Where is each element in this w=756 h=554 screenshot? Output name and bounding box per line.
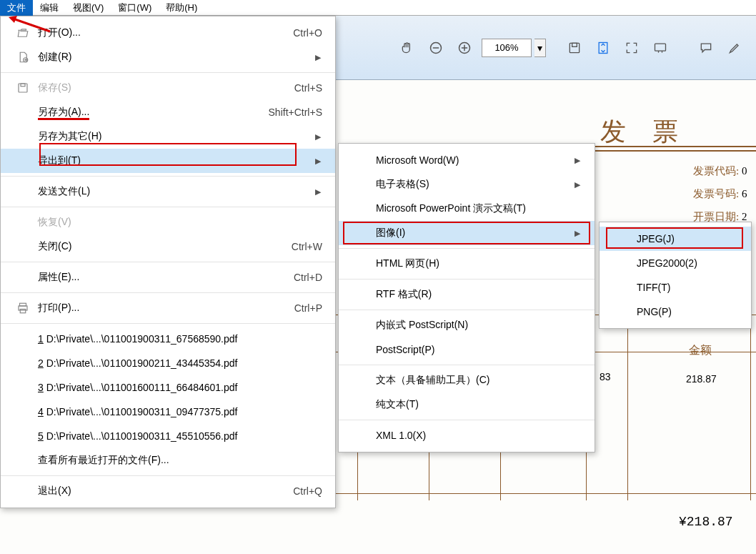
submenu-word-label: Microsoft Word(W) <box>372 154 573 166</box>
menu-revert: 恢复(V) <box>1 210 335 234</box>
menu-create[interactable]: 创建(R) ▶ <box>1 45 335 69</box>
submenu-arrow-icon: ▶ <box>314 132 322 142</box>
menu-print[interactable]: 打印(P)... Ctrl+P <box>1 296 335 320</box>
menubar-view[interactable]: 视图(V) <box>66 0 111 16</box>
zoom-out-icon[interactable] <box>426 38 446 58</box>
comment-icon[interactable] <box>696 38 716 58</box>
menu-exit[interactable]: 退出(X) Ctrl+Q <box>1 479 335 503</box>
submenu-powerpoint-label: Microsoft PowerPoint 演示文稿(T) <box>372 202 582 215</box>
menubar-window[interactable]: 窗口(W) <box>111 0 159 16</box>
menu-print-shortcut: Ctrl+P <box>294 302 322 314</box>
invoice-amount-header: 金额 <box>665 343 736 358</box>
menu-recent-4-label: 4 D:\Private\...\011001900311_09477375.p… <box>34 406 322 417</box>
hand-tool-icon[interactable] <box>397 38 417 58</box>
submenu-jpeg[interactable]: JPEG(J) <box>600 227 751 251</box>
menu-recent-5-label: 5 D:\Private\...\011001900311_45510556.p… <box>34 430 322 442</box>
menu-recent-2[interactable]: 2 D:\Private\...\011001900211_43445354.p… <box>1 351 335 375</box>
submenu-text-plain[interactable]: 纯文本(T) <box>339 392 595 417</box>
submenu-html[interactable]: HTML 网页(H) <box>339 252 595 276</box>
svg-rect-6 <box>572 43 577 46</box>
submenu-word[interactable]: Microsoft Word(W) ▶ <box>339 148 595 172</box>
menu-recent-1-label: 1 D:\Private\...\011001900311_67568590.p… <box>34 333 322 345</box>
menu-separator <box>1 72 335 73</box>
menubar: 文件 编辑 视图(V) 窗口(W) 帮助(H) <box>0 0 756 16</box>
submenu-powerpoint[interactable]: Microsoft PowerPoint 演示文稿(T) <box>339 197 595 221</box>
submenu-text-accessible[interactable]: 文本（具备辅助工具）(C) <box>339 368 595 392</box>
menu-separator <box>339 310 595 310</box>
submenu-arrow-icon: ▶ <box>573 156 582 165</box>
menu-separator <box>1 262 335 262</box>
menu-separator <box>1 176 335 177</box>
submenu-postscript[interactable]: PostScript(P) <box>339 337 595 362</box>
highlight-icon[interactable] <box>725 38 745 58</box>
submenu-tiff[interactable]: TIFF(T) <box>600 275 751 300</box>
fit-page-icon[interactable] <box>593 38 613 58</box>
submenu-image[interactable]: 图像(I) ▶ <box>339 221 595 245</box>
submenu-image-label: 图像(I) <box>372 227 573 239</box>
submenu-arrow-icon: ▶ <box>314 53 322 62</box>
menu-properties-label: 属性(E)... <box>34 271 294 284</box>
submenu-jpeg2000[interactable]: JPEG2000(2) <box>600 251 751 275</box>
menubar-file[interactable]: 文件 <box>0 0 33 16</box>
menu-recent-2-label: 2 D:\Private\...\011001900211_43445354.p… <box>34 357 322 369</box>
menu-view-all-recent-label: 查看所有最近打开的文件(F)... <box>34 454 322 467</box>
submenu-rtf[interactable]: RTF 格式(R) <box>339 282 595 307</box>
menu-save-shortcut: Ctrl+S <box>294 82 322 94</box>
submenu-eps[interactable]: 内嵌式 PostScript(N) <box>339 313 595 337</box>
menu-save-as[interactable]: 另存为(A)... Shift+Ctrl+S <box>1 100 335 124</box>
invoice-total: ¥218.87 <box>679 515 733 529</box>
submenu-tiff-label: TIFF(T) <box>632 282 738 293</box>
invoice-tail-83: 83 <box>600 371 611 382</box>
menu-view-all-recent[interactable]: 查看所有最近打开的文件(F)... <box>1 448 335 473</box>
menu-print-label: 打印(P)... <box>34 302 294 315</box>
submenu-rtf-label: RTF 格式(R) <box>372 288 582 301</box>
menu-properties[interactable]: 属性(E)... Ctrl+D <box>1 265 335 290</box>
menu-save: 保存(S) Ctrl+S <box>1 76 335 100</box>
submenu-xml[interactable]: XML 1.0(X) <box>339 423 595 447</box>
menu-separator <box>339 248 595 249</box>
menu-separator <box>339 365 595 365</box>
menu-properties-shortcut: Ctrl+D <box>294 272 322 283</box>
image-submenu: JPEG(J) JPEG2000(2) TIFF(T) PNG(P) <box>599 222 752 329</box>
file-create-icon <box>12 51 34 64</box>
export-submenu: Microsoft Word(W) ▶ 电子表格(S) ▶ Microsoft … <box>338 143 595 452</box>
read-mode-icon[interactable] <box>650 38 670 58</box>
menu-open-label: 打开(O)... <box>34 26 293 39</box>
menu-send-file-label: 发送文件(L) <box>34 185 314 198</box>
svg-rect-14 <box>19 84 27 92</box>
menu-save-as-other-label: 另存为其它(H) <box>34 130 314 143</box>
save-icon[interactable] <box>564 38 585 58</box>
zoom-in-icon[interactable] <box>454 38 474 58</box>
fullscreen-icon[interactable] <box>622 38 642 58</box>
menu-open-shortcut: Ctrl+O <box>293 27 322 39</box>
svg-rect-18 <box>20 310 26 313</box>
submenu-spreadsheet[interactable]: 电子表格(S) ▶ <box>339 172 595 197</box>
submenu-jpeg-label: JPEG(J) <box>632 233 738 244</box>
submenu-eps-label: 内嵌式 PostScript(N) <box>372 319 582 332</box>
svg-rect-5 <box>570 43 579 52</box>
menu-recent-3[interactable]: 3 D:\Private\...\011001600111_66484601.p… <box>1 375 335 400</box>
zoom-dropdown-icon[interactable]: ▾ <box>534 39 546 57</box>
menu-save-as-other[interactable]: 另存为其它(H) ▶ <box>1 124 335 149</box>
submenu-postscript-label: PostScript(P) <box>372 344 582 355</box>
submenu-arrow-icon: ▶ <box>573 180 582 189</box>
menu-exit-shortcut: Ctrl+Q <box>293 485 322 497</box>
save-icon <box>12 81 34 94</box>
menu-recent-5[interactable]: 5 D:\Private\...\011001900311_45510556.p… <box>1 424 335 448</box>
zoom-value[interactable]: 106% <box>482 39 532 57</box>
menu-send-file[interactable]: 发送文件(L) ▶ <box>1 179 335 204</box>
menu-separator <box>1 475 335 476</box>
menu-separator <box>1 292 335 293</box>
menu-open[interactable]: 打开(O)... Ctrl+O <box>1 21 335 45</box>
menu-close-label: 关闭(C) <box>34 240 292 253</box>
menubar-help[interactable]: 帮助(H) <box>159 0 204 16</box>
menu-recent-1[interactable]: 1 D:\Private\...\011001900311_67568590.p… <box>1 327 335 351</box>
menu-separator <box>339 279 595 280</box>
menu-save-label: 保存(S) <box>34 81 294 94</box>
menubar-edit[interactable]: 编辑 <box>33 0 66 16</box>
menu-export-to[interactable]: 导出到(T) ▶ <box>1 149 335 173</box>
menu-exit-label: 退出(X) <box>34 485 293 498</box>
submenu-png[interactable]: PNG(P) <box>600 300 751 324</box>
menu-close[interactable]: 关闭(C) Ctrl+W <box>1 234 335 259</box>
menu-recent-4[interactable]: 4 D:\Private\...\011001900311_09477375.p… <box>1 400 335 424</box>
